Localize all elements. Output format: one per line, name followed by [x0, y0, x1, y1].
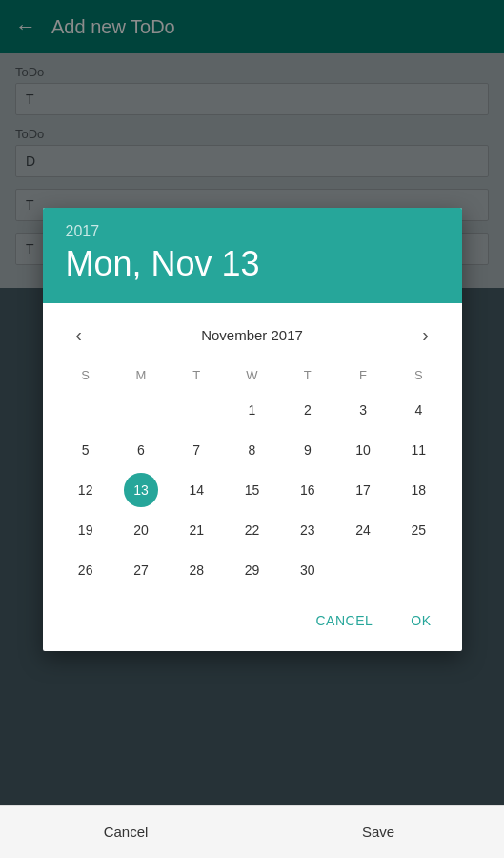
dow-tue: T — [169, 364, 224, 386]
calendar-day-29[interactable]: 29 — [224, 550, 279, 590]
dialog-year: 2017 — [66, 223, 439, 240]
calendar-day-27[interactable]: 27 — [113, 550, 169, 590]
calendar-day-empty — [391, 550, 446, 590]
calendar-day-10[interactable]: 10 — [335, 430, 391, 470]
bottom-bar: Cancel Save — [0, 805, 504, 858]
calendar-day-8[interactable]: 8 — [224, 430, 279, 470]
calendar-day-5[interactable]: 5 — [58, 430, 113, 470]
calendar-grid: 1234567891011121314151617181920212223242… — [58, 390, 447, 590]
dow-mon: M — [113, 364, 169, 386]
dialog-actions: CANCEL OK — [43, 598, 462, 651]
calendar-day-6[interactable]: 6 — [113, 430, 169, 470]
calendar-day-2[interactable]: 2 — [280, 390, 335, 430]
overlay-backdrop: 2017 Mon, Nov 13 ‹ November 2017 › S M T… — [0, 0, 504, 858]
cancel-button[interactable]: CANCEL — [300, 605, 388, 636]
calendar-day-21[interactable]: 21 — [169, 510, 224, 550]
calendar-day-13[interactable]: 13 — [124, 473, 158, 507]
date-picker-dialog: 2017 Mon, Nov 13 ‹ November 2017 › S M T… — [43, 208, 462, 651]
calendar-day-4[interactable]: 4 — [391, 390, 446, 430]
calendar-day-empty — [169, 390, 224, 430]
calendar-day-12[interactable]: 12 — [58, 470, 113, 510]
calendar-day-15[interactable]: 15 — [224, 470, 279, 510]
calendar-day-25[interactable]: 25 — [391, 510, 446, 550]
calendar-day-28[interactable]: 28 — [169, 550, 224, 590]
calendar-day-empty — [335, 550, 391, 590]
dow-sun: S — [58, 364, 113, 386]
dow-row: S M T W T F S — [58, 364, 447, 386]
calendar-day-3[interactable]: 3 — [335, 390, 391, 430]
next-month-button[interactable]: › — [408, 318, 442, 353]
calendar-day-11[interactable]: 11 — [391, 430, 446, 470]
calendar-day-17[interactable]: 17 — [335, 470, 391, 510]
prev-month-button[interactable]: ‹ — [62, 318, 96, 353]
calendar-day-30[interactable]: 30 — [280, 550, 335, 590]
calendar-day-14[interactable]: 14 — [169, 470, 224, 510]
calendar-day-18[interactable]: 18 — [391, 470, 446, 510]
calendar-day-23[interactable]: 23 — [280, 510, 335, 550]
calendar-day-empty — [58, 390, 113, 430]
calendar-day-empty — [113, 390, 169, 430]
calendar-day-1[interactable]: 1 — [224, 390, 279, 430]
calendar-day-20[interactable]: 20 — [113, 510, 169, 550]
calendar-body: ‹ November 2017 › S M T W T F S 12345678… — [43, 303, 462, 598]
month-nav: ‹ November 2017 › — [58, 311, 447, 360]
calendar-day-26[interactable]: 26 — [58, 550, 113, 590]
calendar-day-22[interactable]: 22 — [224, 510, 279, 550]
dialog-header: 2017 Mon, Nov 13 — [43, 208, 462, 303]
calendar-day-24[interactable]: 24 — [335, 510, 391, 550]
dow-wed: W — [224, 364, 279, 386]
dow-fri: F — [335, 364, 391, 386]
calendar-day-9[interactable]: 9 — [280, 430, 335, 470]
ok-button[interactable]: OK — [395, 605, 446, 636]
bottom-cancel-button[interactable]: Cancel — [0, 806, 252, 858]
dow-sat: S — [391, 364, 446, 386]
calendar-day-19[interactable]: 19 — [58, 510, 113, 550]
dow-thu: T — [280, 364, 335, 386]
calendar-day-16[interactable]: 16 — [280, 470, 335, 510]
dialog-date: Mon, Nov 13 — [66, 244, 439, 284]
bottom-save-button[interactable]: Save — [252, 806, 504, 858]
calendar-day-7[interactable]: 7 — [169, 430, 224, 470]
month-label: November 2017 — [201, 327, 303, 343]
